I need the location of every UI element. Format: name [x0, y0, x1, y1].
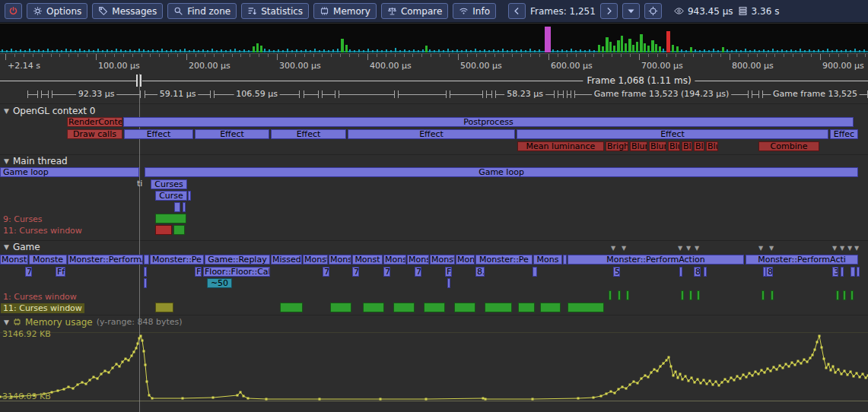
zone[interactable]: Monster::PerformAction [568, 255, 744, 265]
zone[interactable]: 7 [415, 267, 421, 277]
collapsed-zone-marker[interactable]: ▼ [695, 245, 699, 252]
zone[interactable]: Monst [352, 255, 383, 265]
zone[interactable] [280, 303, 303, 312]
subframe-segment[interactable] [304, 90, 319, 98]
zone[interactable]: ti [136, 179, 148, 189]
info-button[interactable]: Info [453, 3, 496, 19]
messages-button[interactable]: Messages [92, 3, 163, 19]
zone[interactable]: Monst [329, 255, 351, 265]
zone[interactable] [173, 225, 185, 235]
collapse-icon[interactable]: ▼ [4, 242, 9, 252]
collapsed-zone-marker[interactable]: ▼ [622, 245, 626, 252]
zone[interactable] [533, 267, 537, 277]
zone[interactable] [393, 303, 415, 312]
collapsed-zone-marker[interactable]: ▼ [840, 245, 844, 252]
zone[interactable]: Effec [830, 129, 858, 139]
compare-button[interactable]: Compare [381, 3, 448, 19]
zone[interactable] [771, 290, 774, 300]
zone[interactable]: 7 [25, 267, 32, 277]
time-axis[interactable]: +2.14 s100.00 µs200.00 µs300.00 µs400.00… [0, 53, 868, 74]
zone[interactable]: Missed [271, 255, 302, 265]
zone[interactable]: Mean luminance [517, 141, 604, 151]
zone[interactable]: Combine [758, 141, 819, 151]
subframe-row[interactable]: 92.33 µs59.11 µs106.59 µs58.23 µsGame fr… [0, 89, 868, 102]
collapsed-zone-marker[interactable]: ▼ [832, 245, 837, 252]
zone[interactable] [851, 290, 854, 300]
subframe-segment[interactable] [339, 90, 395, 98]
zone[interactable] [144, 267, 147, 277]
subframe-segment[interactable] [486, 90, 492, 98]
zone[interactable]: 3 [832, 267, 838, 277]
memory-plot[interactable] [0, 328, 868, 412]
zone[interactable]: Curse [155, 191, 187, 201]
frame-dropdown-button[interactable] [622, 3, 640, 19]
zone[interactable] [681, 290, 684, 300]
zone[interactable]: Brigh [606, 141, 628, 151]
zone[interactable] [518, 303, 535, 312]
zone[interactable] [454, 303, 475, 312]
zone[interactable] [568, 303, 604, 312]
zone[interactable]: Effect [271, 129, 346, 139]
zone[interactable]: Monster::PerformA [68, 255, 143, 265]
zone[interactable] [626, 290, 629, 300]
zone[interactable] [836, 290, 839, 300]
subframe-segment[interactable]: 106.59 µs [214, 90, 300, 98]
subframe-segment[interactable] [450, 90, 483, 98]
subframe-segment[interactable] [398, 90, 447, 98]
zone[interactable]: Mons [456, 255, 475, 265]
subframe-segment[interactable] [752, 90, 759, 98]
zone[interactable]: 8 [766, 267, 773, 277]
zone[interactable]: RenderConte [67, 117, 122, 127]
zone[interactable] [618, 290, 621, 300]
zone[interactable] [857, 267, 860, 277]
zone[interactable] [761, 290, 765, 300]
subframe-segment[interactable] [558, 90, 564, 98]
zone[interactable] [689, 290, 692, 300]
zone[interactable] [609, 290, 612, 300]
zone[interactable] [155, 214, 186, 223]
zone[interactable]: 8 [694, 267, 701, 277]
zone[interactable] [697, 290, 700, 300]
zone[interactable]: 8. [475, 267, 485, 277]
collapse-icon[interactable]: ▼ [4, 318, 9, 327]
zone[interactable]: Monste [430, 255, 455, 265]
zone[interactable] [679, 267, 682, 277]
zone[interactable]: Blur [630, 141, 647, 151]
zone[interactable] [704, 267, 707, 277]
subframe-segment[interactable]: Game frame 13,523 (194.23 µs) [574, 90, 749, 98]
zone[interactable] [188, 191, 191, 201]
zone[interactable]: Game loop [0, 167, 139, 177]
power-button[interactable] [5, 3, 22, 19]
subframe-segment[interactable] [322, 90, 335, 98]
zone[interactable]: Effect [124, 129, 193, 139]
zone[interactable] [155, 303, 173, 312]
zone[interactable] [330, 303, 351, 312]
frame-marker-row[interactable]: Frame 1,068 (1.11 ms) [0, 74, 868, 88]
zone[interactable]: Monst [407, 255, 429, 265]
zone[interactable]: Postprocess [123, 117, 854, 127]
subframe-segment[interactable]: 92.33 µs [52, 90, 141, 98]
zone[interactable] [851, 267, 855, 277]
zone[interactable]: 7 [352, 267, 359, 277]
zone[interactable]: ~50 [207, 278, 232, 288]
zone[interactable] [843, 290, 846, 300]
zone[interactable] [485, 303, 512, 312]
zone[interactable]: Floor::Floor::Calc [203, 267, 270, 277]
zone[interactable]: Curses [151, 179, 187, 189]
zone[interactable] [563, 255, 567, 265]
zone[interactable]: Blur [694, 141, 704, 151]
collapsed-zone-marker[interactable]: ▼ [686, 245, 691, 252]
zone[interactable]: Effect [517, 129, 828, 139]
zone[interactable]: 7 [383, 267, 390, 277]
zone[interactable]: Blur [668, 141, 680, 151]
zone[interactable] [447, 278, 450, 288]
zone[interactable]: Blur [706, 141, 718, 151]
zone[interactable]: F. [195, 267, 202, 277]
zone[interactable] [363, 303, 384, 312]
zone[interactable]: Monste [0, 255, 28, 265]
zone[interactable]: Ff [56, 267, 65, 277]
collapsed-zone-marker[interactable]: ▼ [854, 245, 859, 252]
collapsed-zone-marker[interactable]: ▼ [847, 245, 852, 252]
zone[interactable]: 5 [613, 267, 620, 277]
collapsed-zone-marker[interactable]: ▼ [758, 245, 763, 252]
